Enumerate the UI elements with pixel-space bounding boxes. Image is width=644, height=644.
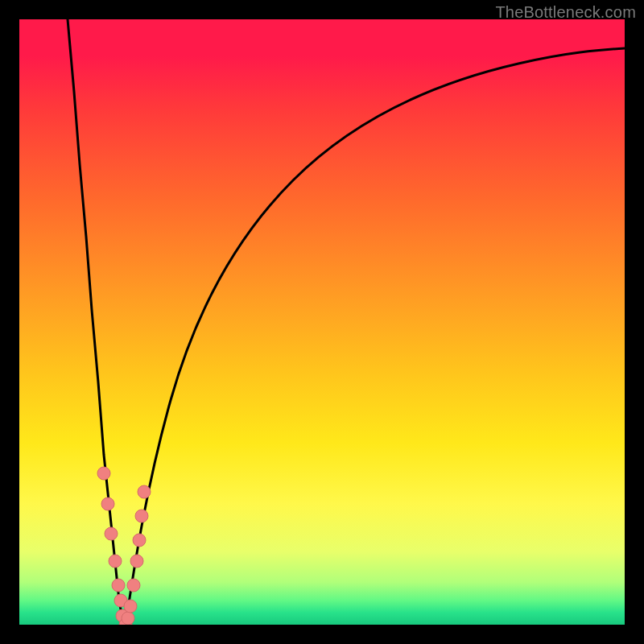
chart-frame: TheBottleneck.com (0, 0, 644, 644)
marker-dot (101, 497, 114, 510)
marker-dot (97, 467, 110, 480)
marker-dot (127, 579, 140, 592)
curves-layer (19, 19, 625, 625)
marker-dot (124, 600, 137, 613)
right-branch-curve (126, 48, 625, 625)
watermark-text: TheBottleneck.com (495, 3, 636, 22)
marker-dot (133, 534, 146, 547)
marker-dot (135, 510, 148, 522)
marker-dot (105, 527, 118, 540)
plot-area (19, 19, 625, 625)
marker-dot (112, 579, 125, 592)
scatter-markers (97, 467, 151, 625)
marker-dot (138, 485, 151, 498)
marker-dot (109, 555, 122, 568)
marker-dot (130, 555, 143, 568)
marker-dot (122, 612, 134, 625)
